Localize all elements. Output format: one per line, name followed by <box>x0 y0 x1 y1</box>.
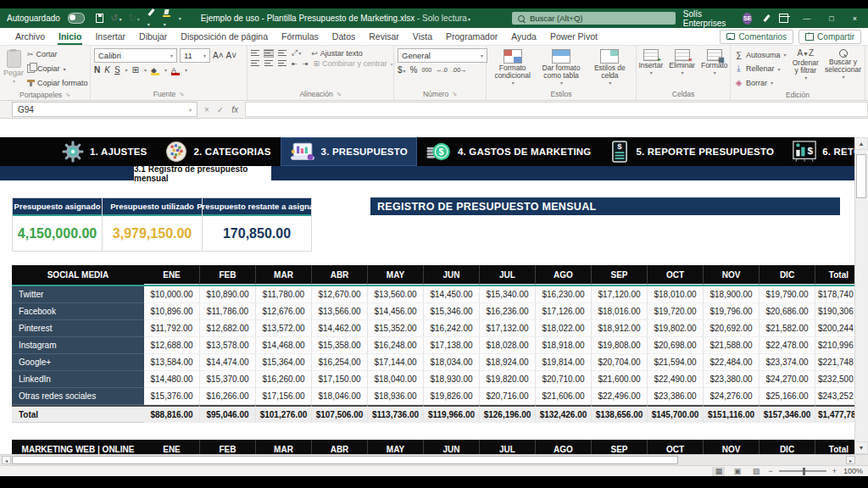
month-header[interactable]: NOV <box>704 265 760 285</box>
data-cell[interactable]: $15,340.00 <box>480 286 536 303</box>
month-header[interactable]: FEB <box>200 440 256 454</box>
data-cell[interactable]: $18,046.00 <box>312 388 368 405</box>
data-cell[interactable]: $18,034.00 <box>424 354 480 371</box>
data-cell[interactable]: $21,582.00 <box>760 320 815 337</box>
nav-tab-4[interactable]: $4. GASTOS DE MARKETING <box>417 137 601 166</box>
formula-input[interactable] <box>245 102 868 117</box>
data-cell[interactable]: $20,716.00 <box>480 388 536 405</box>
month-header[interactable]: JUL <box>480 440 536 454</box>
find-select-button[interactable]: Buscar y seleccionar▾ <box>825 48 861 80</box>
data-cell[interactable]: $10,000.00 <box>144 286 200 303</box>
decrease-indent-icon[interactable]: ⇤ <box>292 60 298 68</box>
total-cell[interactable]: $151,116.00 <box>704 405 760 423</box>
data-cell[interactable]: $13,566.00 <box>312 303 368 320</box>
minimize-button[interactable]: — <box>798 14 815 23</box>
align-bottom-icon[interactable] <box>278 50 287 57</box>
data-cell[interactable]: $17,150.00 <box>312 371 368 388</box>
total-cell[interactable]: $113,736.00 <box>368 405 424 423</box>
month-header[interactable]: JUN <box>424 440 480 454</box>
dialog-launcher-icon[interactable]: ⇘ <box>65 92 70 98</box>
data-cell[interactable]: $15,376.00 <box>144 388 200 405</box>
align-center-icon[interactable] <box>264 60 273 67</box>
data-cell[interactable]: $19,820.00 <box>480 371 536 388</box>
total-cell[interactable]: $132,426.00 <box>536 405 592 423</box>
menu-tab-disposicion-de-pagina[interactable]: Disposición de página <box>174 28 275 45</box>
data-cell[interactable]: $18,900.00 <box>704 286 760 303</box>
data-cell[interactable]: $15,370.00 <box>200 371 256 388</box>
orientation-button[interactable]: ⤢▾ <box>292 48 301 58</box>
avatar[interactable]: SE <box>743 13 752 25</box>
month-header[interactable]: MAY <box>368 265 424 285</box>
data-cell[interactable]: $17,132.00 <box>480 320 536 337</box>
ink-button[interactable]: ▾ <box>147 8 156 28</box>
row-label[interactable]: LinkedIn <box>12 371 144 388</box>
menu-tab-revisar[interactable]: Revisar <box>362 28 406 45</box>
data-cell[interactable]: $20,710.00 <box>536 371 592 388</box>
data-cell[interactable]: $15,352.00 <box>368 320 424 337</box>
decrease-decimal-button[interactable]: .00→ <box>452 66 467 74</box>
month-header[interactable]: ABR <box>312 265 368 285</box>
undo-button[interactable]: ↺▾ <box>110 14 121 23</box>
month-header[interactable]: DIC <box>760 440 815 454</box>
data-cell[interactable]: $12,676.00 <box>256 303 312 320</box>
table-header-label[interactable]: SOCIAL MEDIA <box>12 265 144 285</box>
data-cell[interactable]: $17,156.00 <box>256 388 312 405</box>
data-cell[interactable]: $19,802.00 <box>648 320 704 337</box>
data-cell[interactable]: $18,040.00 <box>368 371 424 388</box>
menu-tab-insertar[interactable]: Insertar <box>88 28 132 45</box>
summary-card-asignado[interactable]: Presupuesto asignado 4,150,000.00 <box>13 198 103 251</box>
align-right-icon[interactable] <box>278 60 287 67</box>
data-cell[interactable]: $12,670.00 <box>312 286 368 303</box>
month-header[interactable]: MAR <box>256 440 312 454</box>
menu-tab-dibujar[interactable]: Dibujar <box>132 28 174 45</box>
percent-button[interactable]: % <box>410 65 418 75</box>
scroll-up-icon[interactable]: ▲ <box>854 137 868 150</box>
data-cell[interactable]: $14,456.00 <box>368 303 424 320</box>
data-cell[interactable]: $21,600.00 <box>592 371 648 388</box>
menu-tab-archivo[interactable]: Archivo <box>8 28 52 45</box>
data-cell[interactable]: $18,918.00 <box>536 337 592 354</box>
data-cell[interactable]: $18,022.00 <box>536 320 592 337</box>
format-cells-button[interactable]: ▦ Formato▾ <box>701 48 728 76</box>
autosum-button[interactable]: ∑Autosuma▾ <box>734 50 787 59</box>
fill-color-button[interactable]: ◆ <box>151 66 159 75</box>
data-cell[interactable]: $20,704.00 <box>592 354 648 371</box>
data-cell[interactable]: $23,380.00 <box>704 371 760 388</box>
font-color-button[interactable]: A <box>171 66 180 75</box>
cell-styles-button[interactable]: Estilos de celda▾ <box>587 48 632 86</box>
data-cell[interactable]: $15,346.00 <box>424 303 480 320</box>
month-header[interactable]: SEP <box>592 440 648 454</box>
fill-button[interactable]: ⤓Rellenar▾ <box>734 64 787 74</box>
row-total-cell[interactable]: $232,500 <box>815 371 854 388</box>
nav-tab-2[interactable]: 2. CATEGORIAS <box>156 137 280 166</box>
page-layout-view-icon[interactable]: ▣ <box>731 467 743 476</box>
scroll-right-icon[interactable]: ▸ <box>846 456 855 464</box>
menu-tab-formulas[interactable]: Fórmulas <box>275 28 326 45</box>
data-cell[interactable]: $18,912.00 <box>592 320 648 337</box>
data-cell[interactable]: $10,890.00 <box>200 286 256 303</box>
data-cell[interactable]: $16,254.00 <box>312 354 368 371</box>
row-total-cell[interactable]: $210,996 <box>815 337 854 354</box>
nav-tab-3[interactable]: 3. PRESUPUESTO <box>281 137 417 166</box>
align-left-icon[interactable] <box>251 60 259 67</box>
data-cell[interactable]: $18,028.00 <box>480 337 536 354</box>
data-cell[interactable]: $20,698.00 <box>648 337 704 354</box>
italic-button[interactable]: K <box>104 65 110 75</box>
total-cell[interactable]: $119,966.00 <box>424 405 480 423</box>
ribbon-display-icon[interactable] <box>779 14 788 23</box>
align-middle-icon[interactable] <box>264 50 273 57</box>
cut-button[interactable]: ✂Cortar <box>27 50 88 58</box>
vertical-scroll-thumb[interactable] <box>856 154 866 198</box>
data-cell[interactable]: $14,468.00 <box>256 337 312 354</box>
row-label[interactable]: Instagram <box>12 337 144 354</box>
data-cell[interactable]: $23,374.00 <box>760 354 815 371</box>
month-header[interactable]: ENE <box>144 440 200 454</box>
menu-tab-datos[interactable]: Datos <box>326 28 362 45</box>
wrap-text-button[interactable]: ↩Ajustar texto <box>311 49 363 58</box>
data-cell[interactable]: $10,896.00 <box>144 303 200 320</box>
font-size-input[interactable]: 11▾ <box>180 48 210 63</box>
number-format-select[interactable]: General▾ <box>398 48 487 63</box>
data-cell[interactable]: $11,780.00 <box>256 286 312 303</box>
insert-cells-button[interactable]: + Insertar▾ <box>638 48 663 76</box>
data-cell[interactable]: $18,930.00 <box>424 371 480 388</box>
